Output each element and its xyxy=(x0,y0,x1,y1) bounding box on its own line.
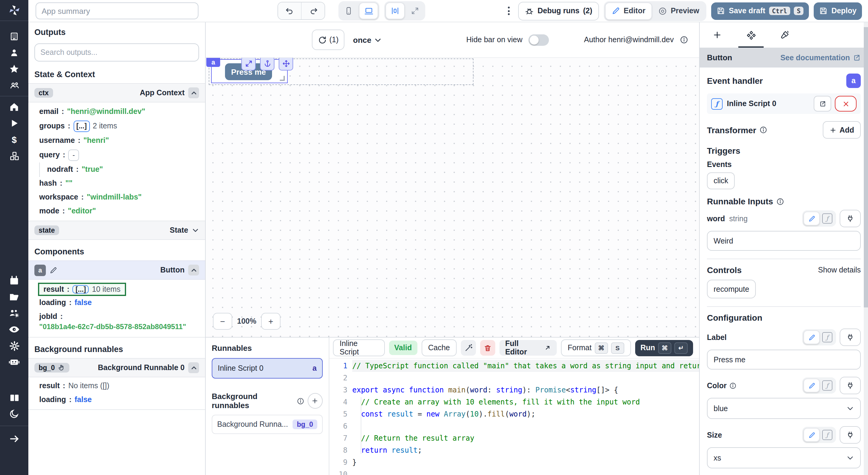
component-id-badge[interactable]: a xyxy=(206,57,220,67)
show-details-link[interactable]: Show details xyxy=(818,266,861,274)
hide-bar-toggle[interactable] xyxy=(528,34,549,45)
resources-cubes-icon[interactable] xyxy=(0,148,28,164)
editor-tab[interactable]: Editor xyxy=(605,2,652,20)
bg0-section-header[interactable]: bg_0 Background Runnable 0 xyxy=(28,358,205,377)
bg0-loading-row[interactable]: loadingfalse xyxy=(34,393,199,407)
anchor-handle[interactable] xyxy=(260,57,275,71)
schedule-mode-dropdown[interactable]: once xyxy=(353,35,382,44)
expand-handle[interactable] xyxy=(241,57,256,71)
runs-play-icon[interactable] xyxy=(0,115,28,131)
desktop-view-button[interactable] xyxy=(359,2,378,19)
inline-script-item[interactable]: Inline Script 0 a xyxy=(212,358,323,379)
remove-script-button[interactable] xyxy=(835,96,857,111)
settings-gear-icon[interactable] xyxy=(0,338,28,354)
event-inline-script-row[interactable]: ƒ Inline Script 0 xyxy=(707,94,861,114)
output-row-nodraft[interactable]: nodraft"true" xyxy=(39,163,199,177)
styling-tab[interactable] xyxy=(777,22,793,47)
button-jobid-row[interactable]: jobId xyxy=(34,310,199,322)
schedules-calendar-icon[interactable] xyxy=(0,272,28,289)
folders-icon[interactable] xyxy=(0,289,28,305)
color-select[interactable]: blue xyxy=(707,398,861,419)
component-settings-tab[interactable] xyxy=(743,22,759,47)
static-mode-button[interactable] xyxy=(803,212,820,226)
open-script-button[interactable] xyxy=(814,96,831,111)
output-row-workspace[interactable]: workspace"windmill-labs" xyxy=(34,191,199,204)
collapse-arrow-icon[interactable] xyxy=(0,429,28,449)
button-component-header[interactable]: a Button xyxy=(28,261,205,280)
connect-plug-button[interactable] xyxy=(840,377,861,394)
collapse-button-component[interactable] xyxy=(188,265,199,275)
see-documentation-link[interactable]: See documentation xyxy=(780,53,861,62)
connect-plug-button[interactable] xyxy=(840,210,861,227)
full-editor-button[interactable]: Full Editor xyxy=(500,340,557,355)
ctx-section-header[interactable]: ctx App Context xyxy=(28,83,205,102)
array-expand-chip[interactable]: [...] xyxy=(73,121,90,132)
output-row-query[interactable]: query- xyxy=(34,148,199,163)
static-mode-button[interactable] xyxy=(803,428,820,442)
save-draft-button[interactable]: Save draft Ctrl S xyxy=(711,2,809,20)
ai-wand-button[interactable] xyxy=(461,340,476,355)
format-button[interactable]: Format ⌘ S xyxy=(561,339,631,356)
ctx-chip[interactable]: ctx xyxy=(34,88,53,98)
variables-dollar-icon[interactable]: $ xyxy=(0,131,28,148)
size-select[interactable]: xs xyxy=(707,447,861,468)
delete-script-button[interactable] xyxy=(480,340,496,355)
run-button[interactable]: Run ⌘ ↵ xyxy=(635,340,693,356)
connect-plug-button[interactable] xyxy=(840,329,861,346)
favorites-star-icon[interactable] xyxy=(0,61,28,77)
static-mode-button[interactable] xyxy=(803,379,820,393)
user-icon[interactable] xyxy=(0,45,28,61)
expr-mode-button[interactable]: ƒ xyxy=(820,379,835,392)
app-canvas[interactable]: a Press me − 100% + xyxy=(206,57,699,337)
dark-mode-moon-icon[interactable] xyxy=(0,406,28,422)
bg0-chip[interactable]: bg_0 xyxy=(34,363,69,373)
component-a-chip[interactable]: a xyxy=(34,264,46,276)
windmill-logo[interactable] xyxy=(0,0,28,21)
output-row-mode[interactable]: mode"editor" xyxy=(34,204,199,218)
expr-mode-button[interactable]: ƒ xyxy=(820,429,835,441)
editor-code[interactable]: // TypeScript function called "main" tha… xyxy=(352,359,699,475)
preview-tab[interactable]: Preview xyxy=(652,3,706,19)
empty-value-chip[interactable]: - xyxy=(68,149,79,161)
audit-eye-icon[interactable] xyxy=(0,321,28,338)
add-transformer-button[interactable]: Add xyxy=(823,121,861,139)
array-expand-chip[interactable]: [...] xyxy=(72,285,89,294)
deploy-button[interactable]: Deploy xyxy=(814,2,862,20)
admins-users-gear-icon[interactable] xyxy=(0,305,28,321)
panel-scrollbar[interactable] xyxy=(864,22,868,475)
docs-books-icon[interactable] xyxy=(0,389,28,406)
output-row-email[interactable]: email"henri@windmill.dev" xyxy=(34,105,199,119)
redo-button[interactable] xyxy=(301,2,324,19)
mobile-view-button[interactable] xyxy=(340,3,358,19)
bg-runnable-item[interactable]: Background Runna... bg_0 xyxy=(212,415,323,434)
word-value-input[interactable] xyxy=(707,231,861,251)
bg0-result-row[interactable]: resultNo items ([]) xyxy=(34,379,199,393)
connect-plug-button[interactable] xyxy=(840,426,861,444)
button-result-row[interactable]: result[...]10 items xyxy=(38,283,126,296)
centered-layout-button[interactable] xyxy=(385,2,405,19)
state-chip[interactable]: state xyxy=(34,226,59,235)
cache-button[interactable]: Cache xyxy=(421,339,456,356)
home-icon[interactable] xyxy=(0,99,28,115)
add-bg-runnable-button[interactable] xyxy=(308,393,323,409)
undo-button[interactable] xyxy=(278,2,301,19)
scrollbar-thumb[interactable] xyxy=(864,27,868,307)
label-value-input[interactable] xyxy=(707,350,861,370)
zoom-in-button[interactable]: + xyxy=(261,313,280,330)
more-menu-button[interactable] xyxy=(504,7,513,15)
insert-component-tab[interactable] xyxy=(709,22,725,47)
workers-robot-icon[interactable] xyxy=(0,354,28,370)
collapse-ctx-button[interactable] xyxy=(188,88,199,98)
workspace-icon[interactable] xyxy=(0,28,28,45)
recompute-chip[interactable]: recompute xyxy=(707,280,756,298)
inline-script-tab[interactable]: Inline Script xyxy=(333,339,384,356)
collapse-bg0-button[interactable] xyxy=(188,362,199,373)
code-area[interactable]: 12345678910 // TypeScript function calle… xyxy=(329,358,699,475)
debug-runs-button[interactable]: Debug runs (2) xyxy=(518,1,599,20)
fullwidth-layout-button[interactable] xyxy=(406,3,424,19)
refresh-button[interactable]: (1) xyxy=(312,30,345,50)
search-outputs-input[interactable] xyxy=(34,43,199,62)
expr-mode-button[interactable]: ƒ xyxy=(820,212,835,225)
groups-icon[interactable] xyxy=(0,77,28,94)
output-row-hash[interactable]: hash"" xyxy=(34,177,199,191)
